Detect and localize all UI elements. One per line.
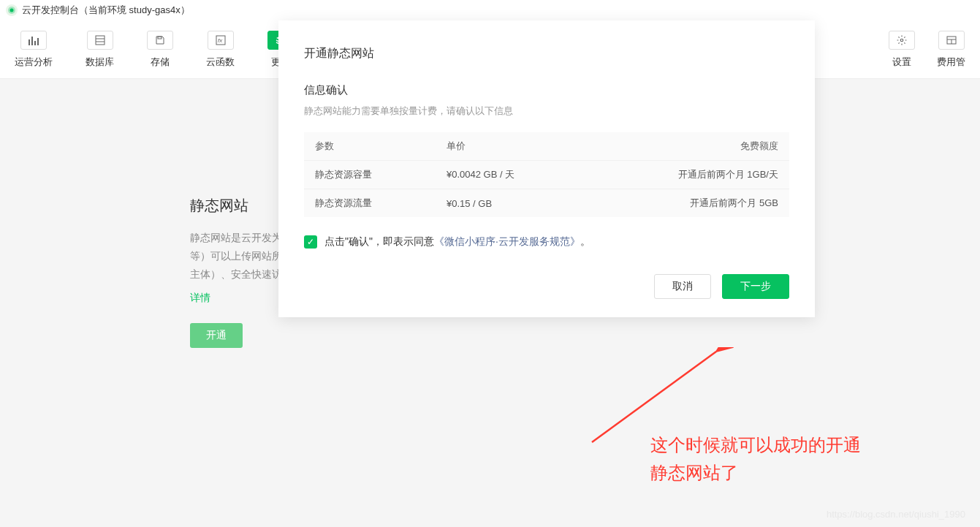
cell-param: 静态资源流量 xyxy=(304,189,436,218)
svg-rect-5 xyxy=(37,38,39,45)
toolbar-label: 设置 xyxy=(892,56,911,69)
consent-after: 。 xyxy=(580,235,590,249)
app-icon xyxy=(6,4,18,16)
svg-point-1 xyxy=(10,9,14,12)
cell-param: 静态资源容量 xyxy=(304,161,436,189)
modal-subtitle: 信息确认 xyxy=(304,83,789,97)
svg-rect-3 xyxy=(31,37,33,45)
header-param: 参数 xyxy=(304,132,436,161)
table-row: 静态资源流量 ¥0.15 / GB 开通后前两个月 5GB xyxy=(304,189,789,218)
watermark: https://blog.csdn.net/qiushi_1990 xyxy=(827,509,965,520)
svg-rect-9 xyxy=(158,37,162,39)
save-icon xyxy=(147,31,173,50)
modal-title: 开通静态网站 xyxy=(304,46,789,61)
window-title: 云开发控制台（当前环境 study-gas4x） xyxy=(22,4,190,17)
function-icon: fx xyxy=(208,31,234,50)
cell-price: ¥0.0042 GB / 天 xyxy=(436,161,585,189)
toolbar-label: 数据库 xyxy=(86,56,114,69)
cell-free: 开通后前两个月 1GB/天 xyxy=(585,161,789,189)
toolbar-billing[interactable]: 费用管 xyxy=(937,31,965,69)
svg-line-17 xyxy=(592,352,716,442)
toolbar-label: 费用管 xyxy=(937,56,965,69)
toolbar-functions[interactable]: fx 云函数 xyxy=(206,31,235,69)
consent-link[interactable]: 《微信小程序·云开发服务规范》 xyxy=(434,235,580,249)
table-row: 静态资源容量 ¥0.0042 GB / 天 开通后前两个月 1GB/天 xyxy=(304,161,789,189)
header-price: 单价 xyxy=(436,132,585,161)
details-link[interactable]: 详情 xyxy=(190,292,210,305)
toolbar-label: 云函数 xyxy=(206,56,235,69)
svg-point-12 xyxy=(900,39,903,42)
next-button[interactable]: 下一步 xyxy=(722,274,789,299)
billing-icon xyxy=(938,31,965,50)
cell-price: ¥0.15 / GB xyxy=(436,189,585,218)
consent-row: ✓ 点击"确认"，即表示同意 《微信小程序·云开发服务规范》 。 xyxy=(304,235,789,249)
header-free: 免费额度 xyxy=(585,132,789,161)
database-icon xyxy=(87,31,113,50)
bar-chart-icon xyxy=(20,31,47,50)
consent-text: 点击"确认"，即表示同意 xyxy=(324,235,434,249)
svg-text:fx: fx xyxy=(218,37,223,44)
cancel-button[interactable]: 取消 xyxy=(654,274,711,299)
toolbar-analytics[interactable]: 运营分析 xyxy=(15,31,53,69)
toolbar-storage[interactable]: 存储 xyxy=(147,31,173,69)
gear-icon xyxy=(889,31,915,50)
modal-dialog: 开通静态网站 信息确认 静态网站能力需要单独按量计费，请确认以下信息 参数 单价… xyxy=(278,20,815,317)
toolbar-label: 运营分析 xyxy=(15,56,53,69)
svg-rect-2 xyxy=(29,39,30,45)
svg-rect-6 xyxy=(96,36,105,45)
annotation-text: 这个时候就可以成功的开通 静态网站了 xyxy=(650,431,861,488)
modal-hint: 静态网站能力需要单独按量计费，请确认以下信息 xyxy=(304,105,789,118)
modal-footer: 取消 下一步 xyxy=(278,263,815,317)
svg-rect-4 xyxy=(34,41,36,45)
cell-free: 开通后前两个月 5GB xyxy=(585,189,789,218)
toolbar-label: 存储 xyxy=(151,56,170,69)
toolbar-settings[interactable]: 设置 xyxy=(889,31,915,69)
title-bar: 云开发控制台（当前环境 study-gas4x） xyxy=(0,0,980,20)
consent-checkbox[interactable]: ✓ xyxy=(304,235,317,249)
table-header-row: 参数 单价 免费额度 xyxy=(304,132,789,161)
open-button[interactable]: 开通 xyxy=(190,323,243,348)
toolbar-database[interactable]: 数据库 xyxy=(86,31,114,69)
pricing-table: 参数 单价 免费额度 静态资源容量 ¥0.0042 GB / 天 开通后前两个月… xyxy=(304,132,789,217)
